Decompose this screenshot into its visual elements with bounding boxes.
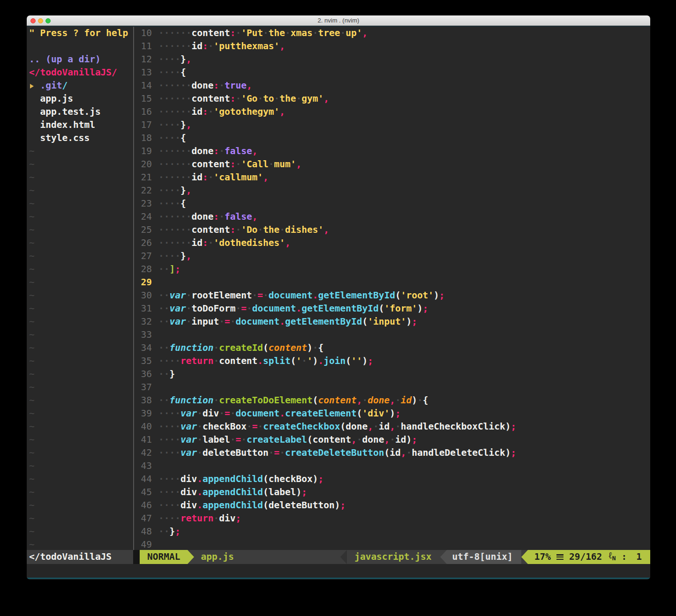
code-line-34[interactable]: 34··function·createId(content)·{ — [134, 341, 650, 355]
code-line-27[interactable]: 27····}, — [134, 250, 650, 263]
code-line-17[interactable]: 17····}, — [134, 119, 650, 132]
code-line-47[interactable]: 47····return·div; — [134, 512, 650, 525]
code-line-26[interactable]: 26······id:·'dothedishes', — [134, 237, 650, 250]
file-tree: .git/app.jsapp.test.jsindex.htmlstyle.cs… — [27, 79, 133, 145]
code-line-text: ··function·createToDoElement(content,·do… — [158, 394, 428, 407]
code-line-text: ····var·checkBox·=·createCheckbox(done,·… — [158, 420, 516, 433]
tree-dir-.git[interactable]: .git/ — [27, 79, 133, 92]
code-line-31[interactable]: 31··var·toDoForm·=·document.getElementBy… — [134, 302, 650, 315]
empty-buffer-tilde: ~ — [27, 512, 133, 525]
line-number: 43 — [134, 460, 158, 473]
code-line-42[interactable]: 42····var·deleteButton·=·createDeleteBut… — [134, 446, 650, 460]
code-line-45[interactable]: 45····div.appendChild(label); — [134, 486, 650, 499]
code-line-39[interactable]: 39····var·div·=·document.createElement('… — [134, 407, 650, 420]
blank-row — [27, 40, 133, 53]
code-line-text: ····{ — [158, 66, 186, 79]
collapsed-dir-arrow-icon[interactable] — [30, 84, 34, 89]
line-number: 28 — [134, 263, 158, 276]
code-line-21[interactable]: 21······id:·'callmum', — [134, 171, 650, 184]
empty-buffer-tilde: ~ — [27, 420, 133, 433]
empty-buffer-tilde: ~ — [27, 433, 133, 446]
code-line-33[interactable]: 33 — [134, 328, 650, 341]
code-line-18[interactable]: 18····{ — [134, 132, 650, 145]
empty-buffer-tilde: ~ — [27, 355, 133, 368]
code-line-20[interactable]: 20······content:·'Call·mum', — [134, 158, 650, 171]
code-line-12[interactable]: 12····}, — [134, 53, 650, 66]
line-number: 24 — [134, 210, 158, 223]
code-line-44[interactable]: 44····div.appendChild(checkBox); — [134, 473, 650, 486]
code-line-19[interactable]: 19······done:·false, — [134, 145, 650, 158]
line-number: 30 — [134, 289, 158, 302]
code-line-16[interactable]: 16······id:·'gotothegym', — [134, 105, 650, 119]
line-number: 47 — [134, 512, 158, 525]
empty-buffer-tilde: ~ — [27, 250, 133, 263]
terminal-window: 2. nvim . (nvim) " Press ? for help .. (… — [27, 15, 650, 579]
line-number-symbol: ℓN — [608, 549, 616, 565]
code-line-text: ····}, — [158, 184, 191, 197]
code-line-37[interactable]: 37 — [134, 381, 650, 394]
code-line-23[interactable]: 23····{ — [134, 197, 650, 210]
code-line-24[interactable]: 24······done:·false, — [134, 210, 650, 223]
code-line-28[interactable]: 28··]; — [134, 263, 650, 276]
lines-of-file-icon — [556, 554, 563, 560]
titlebar: 2. nvim . (nvim) — [27, 15, 650, 26]
code-line-38[interactable]: 38··function·createToDoElement(content,·… — [134, 394, 650, 407]
line-number: 22 — [134, 184, 158, 197]
minimize-button[interactable] — [38, 18, 43, 23]
code-line-43[interactable]: 43 — [134, 460, 650, 473]
tree-file-app.test.js[interactable]: app.test.js — [27, 105, 133, 119]
code-line-40[interactable]: 40····var·checkBox·=·createCheckbox(done… — [134, 420, 650, 433]
code-line-text: ····div.appendChild(deleteButton); — [158, 499, 346, 512]
powerline-arrow-left-icon — [521, 550, 528, 564]
code-buffer[interactable]: 10······content:·'Put·the·xmas·tree·up',… — [134, 27, 650, 550]
command-line[interactable] — [27, 564, 650, 578]
empty-buffer-tilde: ~ — [27, 315, 133, 328]
code-line-10[interactable]: 10······content:·'Put·the·xmas·tree·up', — [134, 27, 650, 40]
tree-file-app.js[interactable]: app.js — [27, 92, 133, 105]
code-line-36[interactable]: 36··} — [134, 368, 650, 381]
current-filename: app.js — [194, 550, 233, 564]
line-number: 20 — [134, 158, 158, 171]
line-number: 10 — [134, 27, 158, 40]
code-line-48[interactable]: 48··}; — [134, 525, 650, 538]
line-number: 19 — [134, 145, 158, 158]
code-line-46[interactable]: 46····div.appendChild(deleteButton); — [134, 499, 650, 512]
tree-file-index.html[interactable]: index.html — [27, 119, 133, 132]
tree-up-a-dir[interactable]: .. (up a dir) — [27, 53, 133, 66]
code-line-25[interactable]: 25······content:·'Do·the·dishes', — [134, 223, 650, 237]
code-line-13[interactable]: 13····{ — [134, 66, 650, 79]
line-number: 25 — [134, 223, 158, 237]
nerdtree-statusline: </todoVanillaJS — [27, 550, 133, 564]
code-line-49[interactable]: 49 — [134, 538, 650, 550]
empty-buffer-tilde: ~ — [27, 328, 133, 341]
code-line-text: ··var·input·=·document.getElementById('i… — [158, 315, 417, 328]
line-number: 41 — [134, 433, 158, 446]
code-line-text: ······id:·'dothedishes', — [158, 237, 291, 250]
zoom-button[interactable] — [45, 18, 51, 23]
code-line-15[interactable]: 15······content:·'Go·to·the·gym', — [134, 92, 650, 105]
line-number: 45 — [134, 486, 158, 499]
filetype-indicator: javascript.jsx — [347, 550, 440, 564]
code-line-22[interactable]: 22····}, — [134, 184, 650, 197]
line-number: 18 — [134, 132, 158, 145]
code-line-text: ······content:·'Put·the·xmas·tree·up', — [158, 27, 368, 40]
code-line-41[interactable]: 41····var·label·=·createLabel(content,·d… — [134, 433, 650, 446]
tree-file-style.css[interactable]: style.css — [27, 132, 133, 145]
code-line-30[interactable]: 30··var·rootElement·=·document.getElemen… — [134, 289, 650, 302]
powerline-arrow-right-icon — [188, 550, 194, 564]
code-line-29[interactable]: 29 — [134, 276, 650, 289]
code-line-text: ····var·div·=·document.createElement('di… — [158, 407, 401, 420]
code-line-35[interactable]: 35····return·content.split('·').join('')… — [134, 355, 650, 368]
code-line-32[interactable]: 32··var·input·=·document.getElementById(… — [134, 315, 650, 328]
line-number: 15 — [134, 92, 158, 105]
nerdtree-sidebar: " Press ? for help .. (up a dir) </todoV… — [27, 27, 133, 550]
line-number: 21 — [134, 171, 158, 184]
close-button[interactable] — [30, 18, 36, 23]
code-line-14[interactable]: 14······done:·true, — [134, 79, 650, 92]
line-number: 27 — [134, 250, 158, 263]
code-line-text: ····div.appendChild(checkBox); — [158, 473, 323, 486]
code-line-11[interactable]: 11······id:·'putthexmas', — [134, 40, 650, 53]
line-number: 39 — [134, 407, 158, 420]
empty-buffer-tilde: ~ — [27, 197, 133, 210]
empty-buffer-tilde: ~ — [27, 263, 133, 276]
